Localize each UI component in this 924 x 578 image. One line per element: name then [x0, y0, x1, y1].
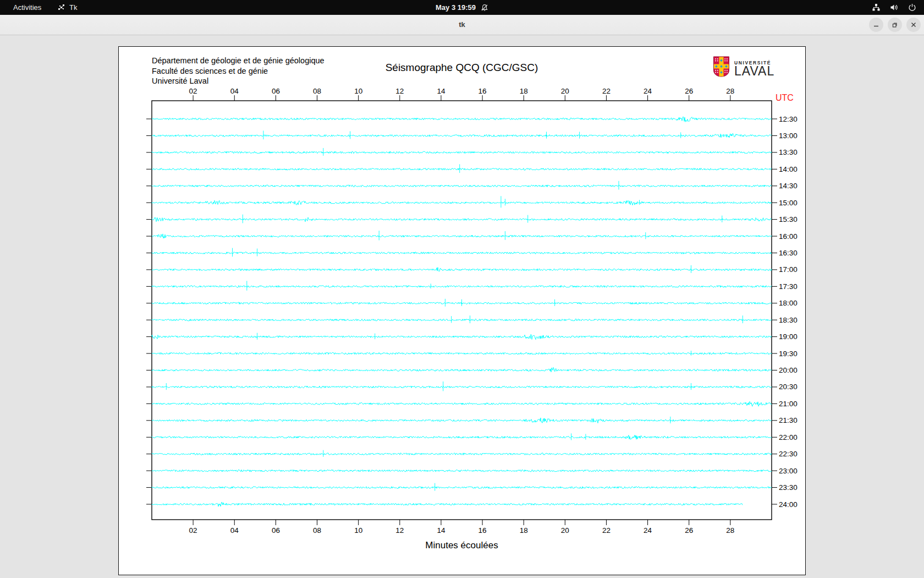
x-tick-label-bottom: 26 [685, 526, 693, 535]
x-tick-label-top: 08 [313, 87, 321, 95]
x-tick-label-bottom: 22 [602, 526, 610, 535]
x-tick-label-bottom: 06 [272, 526, 280, 535]
trace-row-18:00 [152, 299, 772, 307]
x-tick-label-top: 26 [685, 87, 693, 95]
utc-row-label: 14:30 [779, 182, 798, 190]
volume-icon [890, 3, 899, 12]
x-tick-label-bottom: 16 [479, 526, 487, 535]
x-tick-label-bottom: 14 [437, 526, 446, 535]
x-tick-label-bottom: 12 [395, 526, 404, 535]
clock-menu[interactable]: May 3 19:59 [0, 0, 924, 15]
x-tick-label-bottom: 18 [520, 526, 528, 535]
trace-row-22:00 [152, 433, 772, 440]
x-tick-label-bottom: 04 [230, 526, 239, 535]
x-tick-label-top: 06 [272, 87, 280, 95]
utc-row-label: 19:30 [779, 350, 798, 358]
utc-row-label: 19:00 [779, 332, 798, 341]
trace-row-16:30 [152, 248, 772, 257]
trace-row-23:00 [152, 470, 772, 472]
utc-row-label: 21:00 [779, 400, 798, 408]
x-tick-label-top: 24 [644, 87, 652, 95]
utc-row-label: 17:30 [779, 282, 798, 291]
gnome-top-bar: Activities Tk May 3 19:59 [0, 0, 924, 15]
x-tick-label-top: 02 [189, 87, 197, 95]
x-tick-label-bottom: 10 [354, 526, 362, 535]
x-tick-label-top: 10 [354, 87, 362, 95]
close-button[interactable] [906, 18, 921, 32]
utc-row-label: 16:30 [779, 249, 798, 257]
utc-row-label: 16:00 [779, 232, 798, 241]
window-titlebar[interactable]: tk [0, 15, 924, 35]
x-tick-label-top: 20 [561, 87, 569, 95]
trace-row-24:00 [152, 502, 743, 506]
utc-row-label: 14:00 [779, 165, 798, 173]
trace-row-16:00 [152, 231, 772, 241]
x-tick-label-bottom: 28 [726, 526, 734, 535]
trace-row-13:30 [152, 148, 772, 156]
trace-row-22:30 [152, 450, 772, 457]
helicorder-plot: 0202040406060808101012121414161618182020… [119, 47, 805, 575]
utc-row-label: 20:30 [779, 383, 798, 391]
trace-row-19:30 [152, 351, 772, 356]
utc-row-label: 23:00 [779, 467, 798, 475]
x-axis-title: Minutes écoulées [152, 540, 772, 551]
trace-row-18:30 [152, 315, 772, 323]
utc-row-label: 18:00 [779, 299, 798, 307]
trace-row-20:00 [152, 368, 772, 372]
x-tick-label-bottom: 08 [313, 526, 321, 535]
plot-frame [152, 101, 772, 520]
maximize-button[interactable] [888, 18, 902, 32]
trace-row-20:30 [152, 381, 772, 391]
utc-row-label: 15:30 [779, 215, 798, 223]
x-tick-label-bottom: 20 [561, 526, 569, 535]
utc-row-label: 22:00 [779, 433, 798, 441]
utc-row-label: 24:00 [779, 500, 798, 509]
utc-row-label: 21:30 [779, 416, 798, 424]
utc-row-label: 15:00 [779, 199, 798, 207]
trace-row-15:30 [152, 215, 772, 223]
x-tick-label-bottom: 02 [189, 526, 197, 535]
utc-row-label: 23:30 [779, 483, 798, 492]
x-tick-label-top: 22 [602, 87, 610, 95]
network-wired-icon [872, 3, 881, 12]
trace-row-14:00 [152, 164, 772, 173]
trace-row-13:00 [152, 130, 772, 139]
minimize-button[interactable] [869, 18, 883, 32]
utc-row-label: 17:00 [779, 265, 798, 274]
seismograph-panel: Département de géologie et de génie géol… [118, 46, 806, 575]
trace-row-21:30 [152, 417, 772, 423]
x-tick-label-top: 18 [520, 87, 528, 95]
x-tick-label-top: 28 [726, 87, 734, 95]
utc-row-label: 13:30 [779, 148, 798, 156]
trace-row-19:00 [152, 333, 772, 340]
trace-row-14:30 [152, 181, 772, 190]
clock-label: May 3 19:59 [436, 3, 476, 12]
x-tick-label-top: 16 [479, 87, 487, 95]
trace-row-21:00 [152, 401, 772, 406]
utc-row-label: 13:00 [779, 132, 798, 140]
x-tick-label-bottom: 24 [644, 526, 652, 535]
x-tick-label-top: 04 [230, 87, 239, 95]
utc-row-label: 18:30 [779, 316, 798, 324]
window-title: tk [0, 15, 924, 35]
notifications-muted-icon [481, 4, 488, 12]
power-icon [908, 3, 916, 12]
utc-row-label: 22:30 [779, 450, 798, 458]
trace-row-17:30 [152, 281, 772, 291]
x-tick-label-top: 12 [395, 87, 404, 95]
trace-row-17:00 [152, 265, 772, 273]
trace-row-15:00 [152, 196, 772, 208]
utc-row-label: 12:30 [779, 115, 798, 123]
trace-row-23:30 [152, 483, 772, 491]
x-tick-label-top: 14 [437, 87, 446, 95]
system-status-area[interactable] [872, 0, 916, 15]
utc-row-label: 20:00 [779, 366, 798, 374]
trace-row-12:30 [152, 117, 772, 122]
